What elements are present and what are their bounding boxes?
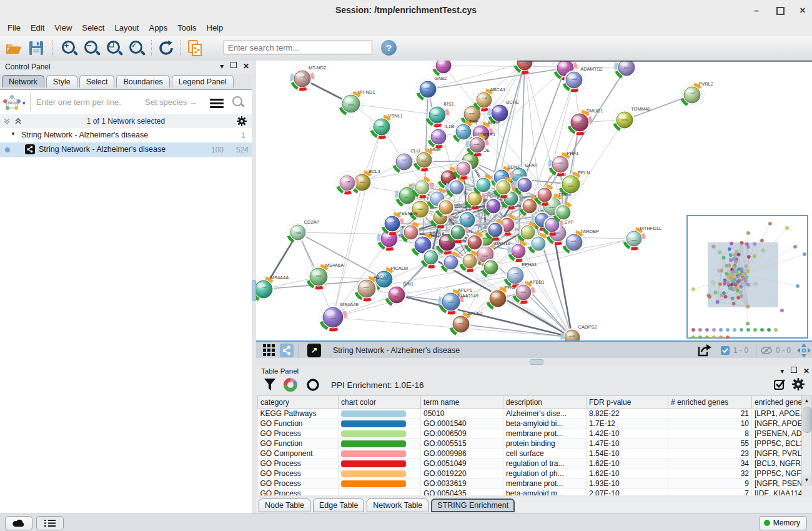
share-view-icon[interactable] xyxy=(280,344,294,357)
task-list-button[interactable] xyxy=(36,516,64,530)
selected-checkbox-icon[interactable] xyxy=(721,346,730,355)
string-search-icon[interactable] xyxy=(232,96,242,106)
network-node-ms4a6a[interactable]: MS4A6A xyxy=(306,262,344,290)
maximize-button[interactable] xyxy=(772,4,788,17)
table-row[interactable]: GO ProcessGO:0051049regulation of tra...… xyxy=(258,459,802,469)
tab-boundaries[interactable]: Boundaries xyxy=(116,75,169,87)
network-node-ms4a4a[interactable]: MS4A4A xyxy=(256,275,289,302)
minimize-button[interactable]: – xyxy=(748,4,765,17)
tab-network-table[interactable]: Network Table xyxy=(367,499,428,512)
tab-string-enrichment[interactable]: STRING Enrichment xyxy=(431,499,515,512)
zoom-out-icon[interactable]: − xyxy=(83,39,101,57)
panel-close-icon[interactable]: ✕ xyxy=(803,367,810,375)
column-header-category[interactable]: category xyxy=(258,396,339,409)
tab-select[interactable]: Select xyxy=(79,75,115,87)
horizontal-splitter-handle[interactable] xyxy=(530,359,543,365)
table-row[interactable]: GO ComponentGO:0009986cell surface1.54E-… xyxy=(258,449,802,459)
tab-network[interactable]: Network xyxy=(2,75,44,87)
menu-layout[interactable]: Layout xyxy=(109,21,144,35)
table-row[interactable]: GO ProcessGO:0006509membrane prot...1.42… xyxy=(258,429,802,439)
panel-float-icon[interactable] xyxy=(230,62,237,68)
birdseye-overview[interactable] xyxy=(687,216,808,339)
grid-view-icon[interactable] xyxy=(262,344,276,357)
ring-chart-icon[interactable] xyxy=(306,378,320,392)
column-header-termname[interactable]: term name xyxy=(421,396,503,409)
help-icon[interactable]: ? xyxy=(381,40,397,56)
network-node-mt-nd2[interactable]: MT-ND2 xyxy=(290,65,327,91)
network-node-bace2[interactable]: BACE2 xyxy=(449,310,483,337)
zoom-fit-icon[interactable]: ❏ xyxy=(106,39,123,57)
table-row[interactable]: KEGG Pathways05010Alzheimer's dise...8.8… xyxy=(258,409,802,419)
menu-apps[interactable]: Apps xyxy=(144,21,173,35)
network-node[interactable] xyxy=(615,61,639,80)
column-header-description[interactable]: description xyxy=(503,396,587,409)
scroll-up-icon[interactable]: ▲ xyxy=(802,396,811,405)
string-query-placeholder[interactable]: Enter one term per line. xyxy=(36,97,121,107)
tab-legend-panel[interactable]: Legend Panel xyxy=(172,75,234,87)
network-node-tomm40[interactable]: TOMM40 xyxy=(613,106,651,132)
table-row[interactable]: GO ProcessGO:0050435beta-amyloid m...2.0… xyxy=(258,489,802,496)
panel-close-icon[interactable]: ✕ xyxy=(243,62,249,71)
network-node-ms4a4e[interactable]: MS4A4E xyxy=(319,302,359,332)
network-node[interactable] xyxy=(336,172,359,195)
pie-chart-icon[interactable] xyxy=(284,378,297,392)
tab-node-table[interactable]: Node Table xyxy=(259,499,310,512)
network-from-clipboard-icon[interactable] xyxy=(186,39,204,57)
table-row[interactable]: GO ProcessGO:0033619membrane prot...1.93… xyxy=(258,479,802,489)
save-session-icon[interactable] xyxy=(27,39,45,57)
network-node-pvrl2[interactable]: PVRL2 xyxy=(680,81,713,107)
memory-button[interactable]: Memory xyxy=(759,516,807,530)
column-header-enrichedgenes[interactable]: # enriched genes xyxy=(668,396,752,409)
menu-edit[interactable]: Edit xyxy=(26,21,49,35)
panel-menu-icon[interactable]: ▾ xyxy=(780,367,784,375)
network-edge[interactable] xyxy=(563,120,625,212)
open-session-icon[interactable] xyxy=(5,39,22,57)
panel-float-icon[interactable] xyxy=(791,367,797,373)
scroll-thumb[interactable] xyxy=(803,407,812,433)
refresh-icon[interactable] xyxy=(157,39,175,57)
set-species-hint[interactable]: Set species → xyxy=(145,97,197,107)
network-node[interactable] xyxy=(513,61,537,74)
string-options-icon[interactable] xyxy=(210,97,224,110)
network-node-mt-nd1[interactable]: MT-ND1 xyxy=(339,89,375,117)
network-node-mthfd1l[interactable]: MTHFD1L xyxy=(623,226,662,251)
network-edge[interactable] xyxy=(545,67,626,195)
tab-edge-table[interactable]: Edge Table xyxy=(313,499,364,512)
network-node-cd2ap[interactable]: CD2AP xyxy=(287,219,320,244)
open-in-window-icon[interactable]: ↗ xyxy=(307,344,321,357)
menu-select[interactable]: Select xyxy=(77,21,109,35)
zoom-selected-icon[interactable]: ✓ xyxy=(128,39,146,57)
zoom-in-icon[interactable]: + xyxy=(61,39,78,57)
column-header-chartcolor[interactable]: chart color xyxy=(339,396,421,409)
column-header-enrichedgenes[interactable]: enriched genes xyxy=(752,396,802,409)
network-collection-row[interactable]: ▼ String Network - Alzheimer's disease 1 xyxy=(0,128,252,142)
menu-view[interactable]: View xyxy=(49,21,77,35)
menu-file[interactable]: File xyxy=(2,21,26,35)
gear-icon[interactable] xyxy=(237,116,247,126)
string-app-icon[interactable]: STRING xyxy=(2,94,21,111)
network-row-selected[interactable]: String Network - Alzheimer's disease 100… xyxy=(0,142,252,157)
menu-help[interactable]: Help xyxy=(202,21,229,35)
search-input[interactable] xyxy=(224,41,372,54)
network-node[interactable] xyxy=(440,252,462,274)
column-header-FDRp-value[interactable]: FDR p-value xyxy=(587,396,668,409)
network-node[interactable] xyxy=(432,61,455,77)
tab-style[interactable]: Style xyxy=(46,75,77,87)
menu-tools[interactable]: Tools xyxy=(172,21,201,35)
birdseye-toggle-icon[interactable] xyxy=(797,344,811,357)
panel-menu-icon[interactable]: ▾ xyxy=(220,62,224,71)
string-dropdown-caret[interactable]: ▾ xyxy=(22,100,26,106)
collapse-triangle-icon[interactable]: ▼ xyxy=(11,131,16,137)
close-button[interactable]: × xyxy=(795,4,811,17)
network-node[interactable] xyxy=(459,251,481,272)
filter-icon[interactable] xyxy=(264,378,276,392)
table-scrollbar[interactable]: ▲ ▼ xyxy=(801,395,812,485)
network-node-gab2[interactable]: GAB2 xyxy=(416,76,447,102)
select-all-checkbox-icon[interactable] xyxy=(774,379,786,390)
cloud-button[interactable] xyxy=(5,516,32,530)
network-node-vsnl1[interactable]: VSNL1 xyxy=(370,113,403,139)
scroll-down-icon[interactable]: ▼ xyxy=(802,475,811,485)
table-row[interactable]: GO ProcessGO:0019220regulation of ph...1… xyxy=(258,469,802,479)
table-row[interactable]: GO FunctionGO:0005515protein binding1.47… xyxy=(258,439,802,449)
splitter-handle[interactable] xyxy=(252,280,256,301)
